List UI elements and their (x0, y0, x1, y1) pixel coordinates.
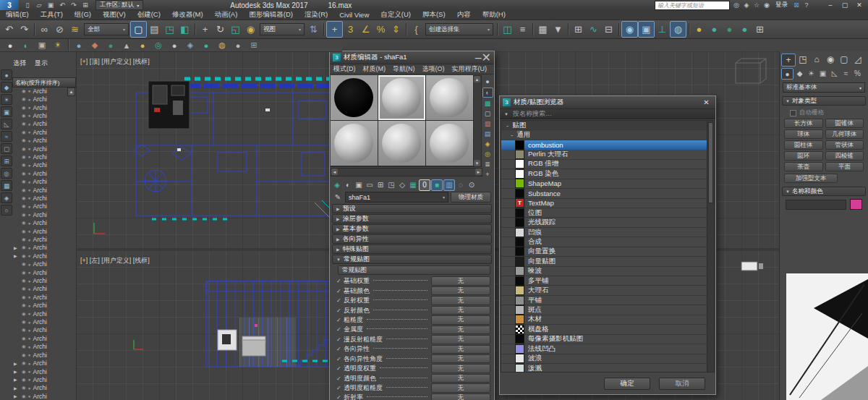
map-type-row[interactable]: 法线凹凸 (501, 344, 714, 354)
custom-toolbar-icon[interactable]: ● (166, 40, 182, 51)
schematic-view-icon[interactable]: ⊟ (601, 22, 616, 37)
sample-uv-tiling-icon[interactable]: ▢ (483, 109, 493, 118)
tab-hierarchy-icon[interactable]: ⌂ (810, 54, 823, 65)
map-type-row[interactable]: 木材 (501, 315, 714, 325)
scene-object-row[interactable]: ◉●Archi (12, 334, 76, 342)
material-id-channel-icon[interactable]: ◇ (397, 180, 407, 190)
display-groups-icon[interactable]: ▢ (1, 143, 12, 154)
select-by-material-icon[interactable]: ◎ (483, 150, 493, 158)
visibility-eye-icon[interactable]: ◉ (22, 385, 26, 391)
map-type-row[interactable]: TTextMap (501, 199, 714, 208)
map-enabled-checkbox[interactable]: ✓ (336, 336, 344, 343)
make-unique-icon[interactable]: ⊞ (375, 180, 386, 190)
select-and-rotate-icon[interactable]: ↻ (213, 22, 228, 37)
background-icon[interactable]: ▩ (483, 99, 493, 108)
state-sets-icon[interactable]: ⊞ (752, 22, 767, 37)
map-slot-button[interactable]: 无 (431, 345, 490, 354)
map-enabled-checkbox[interactable]: ✓ (336, 317, 344, 323)
subtab-lights-icon[interactable]: ☀ (806, 68, 817, 78)
map-type-row[interactable]: 位图 (501, 208, 714, 218)
map-type-row[interactable]: 合成 (501, 237, 714, 247)
visibility-eye-icon[interactable]: ◉ (22, 286, 26, 292)
map-enabled-checkbox[interactable]: ✓ (336, 394, 344, 400)
display-helpers-icon[interactable]: ◺ (1, 119, 12, 129)
visibility-eye-icon[interactable]: ◉ (22, 377, 26, 383)
map-type-row[interactable]: 噪波 (501, 267, 714, 276)
search-icon[interactable]: ◎ (731, 1, 741, 9)
map-type-row[interactable]: 斑点 (501, 305, 714, 315)
edit-named-selection-icon[interactable]: { (409, 22, 424, 37)
menu-12[interactable]: 脚本(S) (417, 10, 451, 20)
visibility-eye-icon[interactable]: ◉ (22, 105, 26, 111)
map-slot-button[interactable]: 无 (431, 393, 490, 400)
visibility-eye-icon[interactable]: ◉ (22, 146, 26, 152)
scene-object-row[interactable]: ◉●Archi (12, 120, 76, 128)
new-scene-icon[interactable]: ▯ (22, 1, 33, 10)
map-type-row[interactable]: Perlin 大理石 (501, 150, 714, 159)
cancel-button[interactable]: 取消 (659, 378, 705, 390)
map-enabled-checkbox[interactable]: ✓ (336, 365, 344, 372)
selection-filter-dropdown[interactable]: 全部▾ (84, 23, 129, 35)
visibility-eye-icon[interactable]: ◉ (22, 319, 26, 325)
eyedropper-icon[interactable]: ✎ (333, 193, 343, 201)
menu-7[interactable]: 动画(A) (209, 10, 244, 20)
rectangular-selection-region-icon[interactable]: ◳ (162, 22, 177, 37)
scene-object-row[interactable]: ▶◉●Archi (12, 244, 76, 252)
material-editor-options-icon[interactable]: ◈ (483, 140, 493, 148)
map-group-row[interactable]: 贴图 (501, 121, 714, 130)
primitive-button[interactable]: 球体 (784, 129, 823, 139)
custom-toolbar-icon[interactable]: ▲ (119, 40, 135, 51)
scene-object-row[interactable]: ◉●Archi (12, 318, 76, 325)
scroll-up-icon[interactable]: ▲ (474, 76, 480, 82)
map-type-row[interactable]: 向量贴图 (501, 257, 714, 266)
scrollbar-thumb[interactable] (708, 122, 713, 203)
restore-button[interactable]: ▢ (838, 1, 852, 10)
visibility-eye-icon[interactable]: ◉ (22, 88, 26, 94)
undo-icon[interactable]: ↶ (1, 22, 17, 37)
material-editor-menu[interactable]: 模式(D) (330, 64, 359, 74)
tab-motion-icon[interactable]: ◉ (824, 54, 837, 65)
menu-8[interactable]: 图形编辑器(D) (243, 10, 299, 20)
put-material-to-scene-icon[interactable]: ◐ (343, 180, 353, 190)
menu-11[interactable]: 自定义(U) (375, 10, 417, 20)
select-link-icon[interactable]: ∞ (37, 22, 52, 37)
go-to-parent-icon[interactable]: ■ (431, 179, 443, 191)
display-geometry-icon[interactable]: ● (1, 69, 12, 80)
display-bones-icon[interactable]: ◎ (1, 168, 12, 179)
assign-material-icon[interactable]: ▣ (354, 180, 364, 190)
menu-2[interactable]: 工具(T) (35, 10, 69, 20)
layer-explorer-icon[interactable]: ▼ (550, 22, 566, 37)
explorer-menu-display[interactable]: 显示 (35, 59, 48, 68)
sign-in-button[interactable]: 登录 (775, 1, 788, 9)
map-enabled-checkbox[interactable]: ✓ (336, 278, 344, 284)
material-name-dropdown[interactable]: shaFa1 ▾ (345, 192, 448, 203)
map-enabled-checkbox[interactable]: ✓ (336, 297, 344, 304)
sample-horizontal-scrollbar[interactable]: ◄ ► (331, 168, 482, 176)
render-iterative-icon[interactable]: ● (692, 22, 707, 37)
scene-object-row[interactable]: ▶◉●Archi (12, 384, 76, 392)
map-enabled-checkbox[interactable]: ✓ (336, 385, 344, 391)
scroll-down-icon[interactable]: ▼ (474, 160, 480, 166)
visibility-eye-icon[interactable]: ◉ (22, 121, 26, 127)
map-type-row[interactable]: combustion (501, 140, 714, 150)
custom-toolbar-icon[interactable]: ◎ (150, 40, 166, 51)
visibility-eye-icon[interactable]: ◉ (22, 154, 26, 160)
map-type-row[interactable]: 大理石 (501, 286, 714, 295)
scene-object-row[interactable]: ◉●Archi (12, 310, 76, 318)
map-slot-button[interactable]: 无 (431, 374, 490, 383)
ok-button[interactable]: 确定 (604, 378, 650, 390)
primitive-button[interactable]: 圆锥体 (825, 119, 864, 128)
favorites-icon[interactable]: ☆ (752, 1, 762, 9)
video-color-check-icon[interactable]: ▥ (483, 119, 493, 128)
visibility-eye-icon[interactable]: ◉ (22, 203, 26, 209)
explorer-column-header[interactable]: 名称(按升序排序) (12, 77, 76, 88)
redo-icon[interactable]: ↷ (68, 1, 80, 10)
sample-type-icon[interactable]: ● (483, 77, 493, 86)
custom-toolbar-icon[interactable]: ☀ (50, 40, 66, 51)
generic-maps-subheader[interactable]: 常规贴图 (338, 265, 490, 275)
percent-snap-icon[interactable]: % (373, 22, 388, 37)
primitive-button[interactable]: 四棱锥 (825, 151, 864, 161)
window-crossing-icon[interactable]: ◧ (177, 22, 192, 37)
material-type-button[interactable]: 物理材质 (451, 192, 491, 203)
ribbon-toggle-icon[interactable]: ⊞ (571, 22, 586, 37)
